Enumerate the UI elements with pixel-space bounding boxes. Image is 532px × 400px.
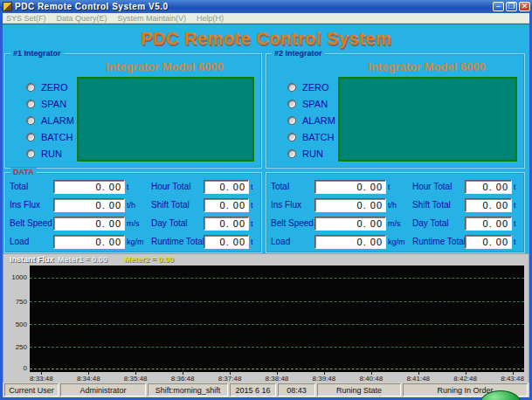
radio-zero-icon[interactable] [287,83,296,92]
gridline-0 [30,369,524,369]
indicator-span-label: SPAN [302,99,328,109]
radio-span-icon[interactable] [26,100,35,108]
radio-batch-icon[interactable] [26,133,35,141]
indicator-run[interactable]: RUN [26,148,62,160]
status-running-state-label: Runing State [317,383,401,397]
runtime-total-field[interactable]: 0. 00 [204,235,249,249]
day-total-unit: t [512,219,520,228]
menu-sys-set[interactable]: SYS Set(F) [6,14,46,23]
indicator-run[interactable]: RUN [287,148,323,160]
gridline-1000 [30,278,524,279]
belt-speed-unit: m/s [125,219,148,228]
runtime-total-unit: t [249,238,257,246]
load-label: Load [271,237,314,246]
indicator-zero[interactable]: ZERO [287,81,329,93]
day-total-field[interactable]: 0. 00 [465,217,512,231]
total-unit: t [125,183,148,191]
radio-batch-icon[interactable] [287,133,296,141]
title-bar: PDC Remote Control System V5.0 – ❐ ✕ [0,0,532,13]
radio-span-icon[interactable] [287,100,296,108]
minimize-button[interactable]: – [493,2,504,11]
radio-alarm-icon[interactable] [287,116,296,125]
radio-run-icon[interactable] [287,149,296,158]
indicator-alarm[interactable]: ALARM [26,114,74,127]
load-field[interactable]: 0. 00 [314,235,386,249]
data-panel-2: Total 0. 00 t Hour Total 0. 00 t Ins Flu… [266,172,525,253]
shift-total-field[interactable]: 0. 00 [465,198,512,212]
status-shift: Shift:morning_shift [148,383,228,397]
page-title: PDC Remote Control System [3,29,529,49]
ins-flux-label: Ins Flux [271,200,314,210]
status-bar: Current User Administrator Shift:morning… [3,383,529,397]
indicator-zero-label: ZERO [41,82,68,93]
menu-system-maintain[interactable]: System Maintain(V) [118,14,187,23]
ins-flux-field[interactable]: 0. 00 [53,198,125,212]
indicator-zero[interactable]: ZERO [26,81,68,93]
indicator-span[interactable]: SPAN [287,98,328,110]
shift-total-field[interactable]: 0. 00 [204,198,249,212]
integrator-1-model-label: Integrator Model 6000 [75,60,254,73]
menu-data-query[interactable]: Data Query(E) [57,14,107,23]
hour-total-field[interactable]: 0. 00 [465,180,512,194]
shift-total-unit: t [512,201,520,210]
hour-total-unit: t [512,183,520,191]
window-title: PDC Remote Control System V5.0 [15,2,493,11]
day-total-unit: t [249,219,257,228]
ins-flux-unit: t/h [125,201,148,210]
integrator-2-label: #2 Integrator [272,49,325,59]
belt-speed-label: Belt Speed [10,218,53,228]
ins-flux-unit: t/h [386,201,409,210]
data-row: Load 0. 00 kg/m Runtime Total 0. 00 t [10,234,257,249]
indicator-batch-label: BATCH [302,132,334,142]
total-label: Total [10,182,53,191]
menu-bar: SYS Set(F) Data Query(E) System Maintain… [3,13,529,24]
day-total-field[interactable]: 0. 00 [204,217,249,231]
chart-title: Instant Flux [10,255,54,264]
y-tick-1000: 1000 [3,273,27,281]
shift-total-label: Shift Total [148,200,204,210]
day-total-label: Day Total [409,218,465,228]
status-user-value: Administrator [60,383,146,397]
load-field[interactable]: 0. 00 [53,235,125,249]
indicator-batch[interactable]: BATCH [26,131,73,143]
shift-total-unit: t [249,201,257,210]
status-current-user-label: Current User [4,383,59,397]
data-row: Total 0. 00 t Hour Total 0. 00 t [10,179,257,194]
indicator-batch[interactable]: BATCH [287,131,334,143]
app-icon [3,2,12,11]
gridline-500 [30,324,524,325]
total-field[interactable]: 0. 00 [314,180,386,194]
gridline-750 [30,301,524,302]
belt-speed-field[interactable]: 0. 00 [314,217,386,231]
radio-run-icon[interactable] [26,149,35,158]
radio-zero-icon[interactable] [26,83,35,92]
ins-flux-label: Ins Flux [10,200,53,210]
day-total-label: Day Total [148,218,204,228]
plot-area [30,266,524,372]
belt-speed-field[interactable]: 0. 00 [53,217,125,231]
menu-help[interactable]: Help(H) [197,14,224,23]
belt-speed-unit: m/s [386,219,409,228]
indicator-alarm[interactable]: ALARM [287,114,335,127]
load-unit: kg/m [386,238,409,246]
data-row: Total 0. 00 t Hour Total 0. 00 t [271,179,520,194]
total-field[interactable]: 0. 00 [53,180,125,194]
maximize-button[interactable]: ❐ [506,2,517,11]
hour-total-unit: t [249,183,257,191]
close-button[interactable]: ✕ [519,2,530,11]
hour-total-label: Hour Total [409,182,465,191]
ins-flux-field[interactable]: 0. 00 [314,198,386,212]
indicator-span[interactable]: SPAN [26,98,66,110]
radio-alarm-icon[interactable] [26,116,35,125]
hour-total-field[interactable]: 0. 00 [204,180,249,194]
total-unit: t [386,183,409,191]
status-time: 08:43 [278,383,315,397]
gridline-250 [30,347,524,348]
indicator-alarm-label: ALARM [41,115,74,126]
runtime-total-field[interactable]: 0. 00 [465,235,512,249]
indicator-run-label: RUN [41,148,62,159]
indicator-alarm-label: ALARM [302,115,335,126]
load-unit: kg/m [125,238,148,246]
load-label: Load [10,237,53,246]
shift-total-label: Shift Total [409,200,465,210]
